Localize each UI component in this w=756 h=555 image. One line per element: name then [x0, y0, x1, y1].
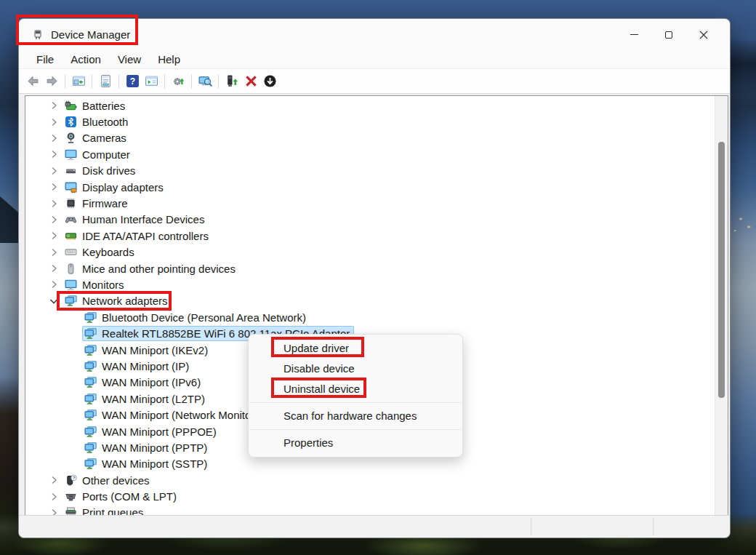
disable-device-icon: [263, 74, 277, 88]
context-menu-separator: [249, 402, 462, 403]
tree-item-label: Monitors: [82, 279, 124, 291]
context-menu-item-properties[interactable]: Properties: [249, 433, 462, 453]
update-driver-button[interactable]: [222, 72, 241, 91]
tree-item-label: Bluetooth: [82, 116, 128, 128]
network-icon: [84, 458, 97, 470]
device-manager-window: Device Manager FileActionViewHelp ? Batt…: [18, 18, 731, 538]
minimize-button[interactable]: [616, 19, 651, 50]
menu-action[interactable]: Action: [63, 52, 108, 67]
toolbar-separator: [218, 74, 219, 89]
chevron-right-icon[interactable]: [48, 100, 60, 111]
ports-icon: [65, 490, 77, 503]
tree-item-label: Display adapters: [82, 181, 164, 193]
scrollbar[interactable]: [715, 96, 728, 516]
firmware-icon: [65, 197, 77, 209]
forward-button[interactable]: [42, 72, 61, 91]
properties-icon: [99, 74, 113, 88]
computer-icon: [65, 148, 77, 161]
network-icon: [84, 393, 97, 405]
tree-item-disk-drives[interactable]: Disk drives: [25, 163, 715, 179]
chevron-right-icon[interactable]: [48, 181, 60, 193]
help-button[interactable]: ?: [123, 72, 142, 91]
menu-view[interactable]: View: [110, 52, 148, 67]
context-menu-item-scan-for-hardware-changes[interactable]: Scan for hardware changes: [249, 406, 462, 426]
toolbar: ?: [19, 68, 730, 94]
tree-item-cameras[interactable]: Cameras: [25, 130, 715, 146]
scrollbar-thumb[interactable]: [718, 142, 725, 398]
window-title: Device Manager: [51, 28, 130, 41]
other-icon: ?: [65, 474, 77, 487]
context-menu-item-disable-device[interactable]: Disable device: [249, 359, 462, 379]
chevron-right-icon[interactable]: [48, 279, 60, 290]
menu-help[interactable]: Help: [150, 52, 188, 67]
tree-item-ports-com-lpt[interactable]: Ports (COM & LPT): [25, 488, 715, 504]
uninstall-device-button[interactable]: [241, 72, 260, 91]
tree-item-bluetooth-device-personal-area-network[interactable]: Bluetooth Device (Personal Area Network): [25, 309, 715, 325]
tree-item-label: Mice and other pointing devices: [82, 263, 236, 275]
tree-item-display-adapters[interactable]: Display adapters: [25, 179, 715, 195]
ide-icon: [65, 230, 77, 242]
tree-item-label: WAN Miniport (SSTP): [102, 458, 207, 470]
chevron-right-icon[interactable]: [48, 247, 60, 258]
menu-file[interactable]: File: [29, 52, 61, 67]
tree-item-bluetooth[interactable]: Bluetooth: [25, 113, 715, 129]
mouse-icon: [65, 263, 77, 275]
close-button[interactable]: [686, 19, 721, 50]
tree-item-other-devices[interactable]: ?Other devices: [25, 472, 715, 488]
tree-item-mice-and-other-pointing-devices[interactable]: Mice and other pointing devices: [25, 260, 715, 276]
tree-item-label: Cameras: [82, 132, 126, 144]
maximize-button[interactable]: [651, 19, 686, 50]
help-icon: ?: [126, 74, 140, 88]
find-computer-button[interactable]: [196, 72, 214, 91]
tree-item-label: Computer: [82, 148, 130, 161]
chevron-right-icon[interactable]: [48, 214, 60, 225]
tree-item-wan-miniport-sstp[interactable]: WAN Miniport (SSTP): [25, 456, 715, 472]
chevron-right-icon[interactable]: [48, 116, 60, 128]
chevron-right-icon[interactable]: [48, 132, 60, 144]
tree-item-label: WAN Miniport (L2TP): [102, 393, 205, 405]
disable-device-button[interactable]: [260, 72, 279, 91]
network-icon: [84, 311, 97, 324]
chevron-right-icon[interactable]: [48, 165, 60, 177]
minimize-icon: [630, 34, 638, 36]
context-menu-item-uninstall-device[interactable]: Uninstall device: [249, 379, 462, 399]
chevron-right-icon[interactable]: [48, 263, 60, 274]
properties-button[interactable]: [96, 72, 115, 91]
window-controls: [616, 19, 721, 50]
scan-hardware-button[interactable]: [169, 72, 188, 91]
network-icon: [84, 426, 97, 438]
chevron-down-icon[interactable]: [48, 295, 60, 307]
chevron-right-icon[interactable]: [48, 491, 60, 503]
tree-item-batteries[interactable]: Batteries: [25, 97, 715, 113]
chevron-right-icon[interactable]: [48, 198, 60, 209]
device-manager-icon: [32, 29, 44, 41]
console-tree-button[interactable]: [69, 72, 88, 91]
tree-item-ide-ata-atapi-controllers[interactable]: IDE ATA/ATAPI controllers: [25, 228, 715, 244]
chevron-right-icon[interactable]: [48, 230, 60, 241]
context-menu-item-update-driver[interactable]: Update driver: [249, 338, 462, 359]
action-pane-button[interactable]: [142, 72, 161, 91]
disk-icon: [65, 164, 77, 177]
title-bar[interactable]: Device Manager: [19, 19, 730, 50]
tree-item-monitors[interactable]: Monitors: [25, 276, 715, 292]
back-button[interactable]: [23, 72, 42, 91]
tree-item-keyboards[interactable]: Keyboards: [25, 244, 715, 260]
chevron-right-icon[interactable]: [48, 148, 60, 160]
tree-item-human-interface-devices[interactable]: Human Interface Devices: [25, 212, 715, 228]
battery-icon: [65, 100, 77, 112]
tree-item-firmware[interactable]: Firmware: [25, 195, 715, 211]
tree-item-label: Disk drives: [82, 164, 135, 177]
chevron-right-icon[interactable]: [48, 474, 60, 486]
network-icon: [84, 360, 97, 372]
console-tree-icon: [72, 74, 86, 88]
hid-icon: [65, 213, 77, 225]
back-icon: [26, 74, 40, 88]
tree-item-network-adapters[interactable]: Network adapters: [25, 293, 715, 309]
network-icon: [65, 295, 77, 307]
tree-item-label: Batteries: [82, 100, 125, 112]
toolbar-separator: [164, 74, 165, 89]
tree-item-computer[interactable]: Computer: [25, 146, 715, 162]
toolbar-separator: [65, 74, 65, 89]
tree-item-label: Keyboards: [82, 246, 134, 258]
network-icon: [84, 376, 97, 388]
